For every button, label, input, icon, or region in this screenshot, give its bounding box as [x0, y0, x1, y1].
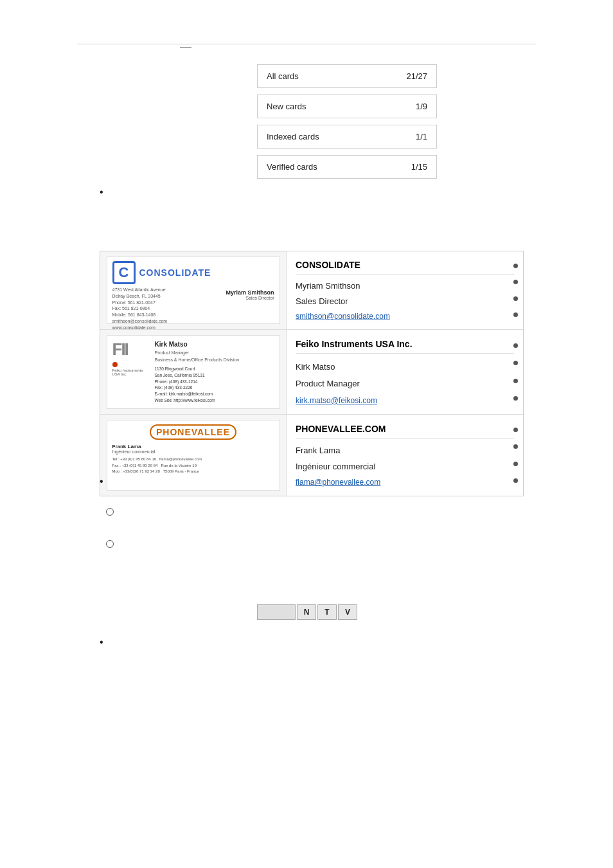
- radio-circle-1[interactable]: [106, 508, 114, 516]
- stat-value-2: 1/1: [416, 132, 427, 141]
- bullet-1: •: [100, 186, 103, 198]
- stat-row-1[interactable]: New cards1/9: [257, 95, 437, 118]
- card-dots-feiko: [511, 330, 519, 414]
- phone-person-line: Frank Lama: [112, 444, 274, 449]
- phone-logo-area: PHONEVALLEE: [112, 424, 274, 440]
- card-row-feiko[interactable]: FII Feiko Instruments USA Inc. Kirk Mats…: [100, 330, 523, 415]
- fii-person-title: Product ManagerBusiness & Home/Office Pr…: [155, 350, 274, 363]
- stat-label-2: Indexed cards: [267, 132, 319, 141]
- fii-right: Kirk Matso Product ManagerBusiness & Hom…: [155, 339, 274, 404]
- option-1[interactable]: [106, 508, 120, 516]
- dot-2: [513, 361, 518, 365]
- dot-4: [513, 478, 518, 483]
- card-data-phonevallee: PHONEVALLEE.COM Frank Lama Ingénieur com…: [287, 415, 523, 496]
- card-title-consolidate: Sales Director: [296, 296, 514, 306]
- dot-4: [513, 312, 518, 317]
- stat-value-3: 1/15: [411, 162, 427, 172]
- cons-logo-icon: C: [112, 261, 136, 284]
- fii-address: 1130 Ringwood Court San Jose, California…: [155, 366, 274, 404]
- dot-2: [513, 444, 518, 449]
- stat-value-1: 1/9: [416, 102, 427, 111]
- stat-label-3: Verified cards: [267, 162, 317, 172]
- bottom-toolbar: N T V: [257, 604, 357, 620]
- card-image-consolidate: C CONSOLIDATE 4731 West Atlantic Avenue …: [100, 251, 287, 329]
- dot-4: [513, 396, 518, 401]
- dot-2: [513, 280, 518, 284]
- card-row-phonevallee[interactable]: PHONEVALLEE Frank Lama Ingénieur commerc…: [100, 415, 523, 496]
- stat-label-1: New cards: [267, 102, 306, 111]
- card-image-feiko: FII Feiko Instruments USA Inc. Kirk Mats…: [100, 330, 287, 414]
- dot-1: [513, 428, 518, 432]
- card-name-consolidate: Myriam Smithson: [296, 281, 514, 291]
- cons-company-name: CONSOLIDATE: [139, 267, 211, 278]
- cards-panel: C CONSOLIDATE 4731 West Atlantic Avenue …: [100, 251, 524, 496]
- stat-row-0[interactable]: All cards21/27: [257, 64, 437, 88]
- phone-contact-line: Tel : +33 (0)1 45 80 84 16 flama@phoneva…: [112, 457, 274, 475]
- card-row-consolidate[interactable]: C CONSOLIDATE 4731 West Atlantic Avenue …: [100, 251, 523, 330]
- card-company-consolidate: CONSOLIDATE: [296, 260, 514, 275]
- toolbar-btn-t[interactable]: T: [317, 604, 337, 620]
- card-data-feiko: Feiko Instruments USA Inc. Kirk Matso Pr…: [287, 330, 523, 414]
- card-company-phonevallee: PHONEVALLEE.COM: [296, 424, 514, 439]
- fii-brand: Feiko Instruments USA Inc.: [112, 368, 151, 376]
- stat-row-3[interactable]: Verified cards1/15: [257, 155, 437, 179]
- top-dash: —: [180, 40, 191, 53]
- dot-3: [513, 379, 518, 383]
- dot-1: [513, 264, 518, 268]
- stats-panel: All cards21/27New cards1/9Indexed cards1…: [257, 64, 437, 185]
- card-name-feiko: Kirk Matso: [296, 362, 514, 372]
- option-2[interactable]: [106, 540, 120, 548]
- fii-logo: FII: [112, 339, 128, 359]
- bullet-3: •: [100, 637, 103, 648]
- card-title-feiko: Product Manager: [296, 379, 514, 388]
- toolbar-spacer: [257, 604, 296, 620]
- card-title-phonevallee: Ingénieur commercial: [296, 462, 514, 471]
- toolbar-btn-v[interactable]: V: [338, 604, 357, 620]
- card-data-consolidate: CONSOLIDATE Myriam Smithson Sales Direct…: [287, 251, 523, 329]
- stat-label-0: All cards: [267, 71, 299, 81]
- card-image-phonevallee: PHONEVALLEE Frank Lama Ingénieur commerc…: [100, 415, 287, 496]
- cons-address: 4731 West Atlantic Avenue Delray Beach, …: [112, 287, 226, 329]
- radio-circle-2[interactable]: [106, 540, 114, 548]
- fii-dot-red: [112, 362, 118, 367]
- card-company-feiko: Feiko Instruments USA Inc.: [296, 339, 514, 354]
- fii-person-name: Kirk Matso: [155, 339, 274, 349]
- dot-1: [513, 343, 518, 348]
- phone-title-line: Ingénieur commercial: [112, 449, 274, 454]
- dot-3: [513, 296, 518, 301]
- card-name-phonevallee: Frank Lama: [296, 446, 514, 455]
- top-divider: [77, 44, 536, 44]
- fii-left: FII Feiko Instruments USA Inc.: [112, 339, 151, 404]
- card-email-consolidate: smithson@consolidate.com: [296, 312, 514, 321]
- dot-3: [513, 462, 518, 466]
- card-email-feiko: kirk.matso@feikosi.com: [296, 396, 514, 405]
- cons-person: Myriam Smithson: [226, 289, 274, 296]
- stat-value-0: 21/27: [406, 71, 427, 81]
- toolbar-btn-n[interactable]: N: [297, 604, 316, 620]
- phone-logo-text: PHONEVALLEE: [150, 424, 236, 440]
- card-dots-consolidate: [511, 251, 519, 329]
- stat-row-2[interactable]: Indexed cards1/1: [257, 125, 437, 149]
- card-email-phonevallee: flama@phonevallee.com: [296, 478, 514, 487]
- card-dots-phonevallee: [511, 415, 519, 496]
- cons-person-title: Sales Director: [226, 296, 274, 300]
- bullet-2: •: [100, 476, 103, 487]
